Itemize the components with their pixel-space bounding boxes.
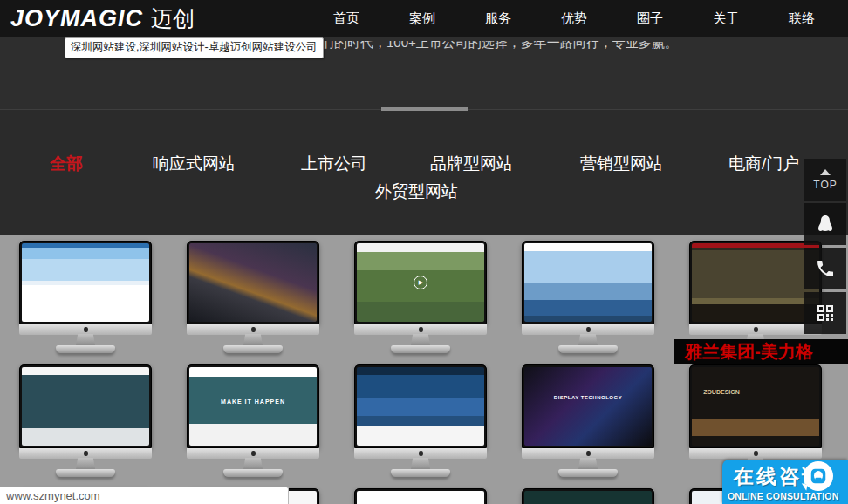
apple-logo-icon [754,451,758,456]
site-thumbnail [22,243,149,322]
portfolio-item[interactable] [354,488,487,504]
nav-item-strengths[interactable]: 优势 [561,10,587,27]
hero-band: 了我们的时代，100+上市公司的选择，多年一路同行，专业多赢。 深圳网站建设,深… [0,37,848,110]
play-icon: ▶ [414,276,427,289]
thumbnail-headline: MAKE IT HAPPEN [189,398,317,405]
filter-marketing[interactable]: 营销型网站 [580,153,663,175]
nav-item-cases[interactable]: 案例 [409,10,435,27]
apple-logo-icon [84,327,88,332]
portfolio-item[interactable] [689,241,822,353]
hero-tagline: 了我们的时代，100+上市公司的选择，多年一路同行，专业多赢。 [295,41,783,55]
site-thumbnail [692,243,819,322]
status-url: www.szmynet.com [6,489,100,502]
qq-penguin-icon [815,214,836,235]
site-thumbnail: ▶ [357,243,484,322]
site-thumbnail [357,367,484,446]
site-thumbnail [189,243,317,322]
phone-contact-button[interactable] [804,248,846,289]
site-thumbnail [524,491,652,504]
filter-ecommerce[interactable]: 电商/门户 [728,153,799,175]
portfolio-item[interactable] [522,241,654,353]
portfolio-grid: ▶ MAKE IT HAPPEN [0,235,848,504]
nav-item-about[interactable]: 关于 [713,10,739,27]
site-thumbnail: DISPLAY TECHNOLOGY [524,367,652,446]
consult-subtitle: ONLINE CONSULTATION [728,491,838,501]
browser-status-bar: www.szmynet.com [0,487,289,504]
brand-logo[interactable]: JOYMAGIC 迈创 [10,4,195,33]
floating-side-menu: TOP [804,159,846,337]
site-thumbnail [357,491,484,504]
apple-logo-icon [419,451,423,456]
up-arrow-icon [820,169,831,175]
portfolio-item[interactable] [522,488,654,504]
chat-bubble-icon [804,461,833,491]
filter-foreign-trade[interactable]: 外贸型网站 [375,180,458,203]
portfolio-item[interactable]: MAKE IT HAPPEN [187,364,319,477]
qq-contact-button[interactable] [804,203,846,245]
site-thumbnail [22,367,149,446]
nav-item-contact[interactable]: 联络 [789,10,815,27]
filter-all[interactable]: 全部 [50,153,83,175]
section-divider-accent [381,107,468,111]
qr-code-icon [815,303,836,324]
site-thumbnail: ZOUDESIGN [692,367,819,446]
brand-logo-cn: 迈创 [151,4,195,33]
portfolio-item[interactable] [354,364,487,477]
filter-responsive[interactable]: 响应式网站 [153,153,236,175]
apple-logo-icon [586,327,591,332]
nav-item-home[interactable]: 首页 [333,10,359,27]
qr-code-button[interactable] [804,292,846,334]
category-filter-bar: 全部 响应式网站 上市公司 品牌型网站 营销型网站 电商/门户 外贸型网站 [0,110,848,235]
portfolio-item[interactable] [19,241,152,353]
link-tooltip: 深圳网站建设,深圳网站设计-卓越迈创网站建设公司 [65,37,324,58]
portfolio-item[interactable] [19,364,152,477]
portfolio-item[interactable]: ▶ [354,241,487,353]
site-thumbnail [524,243,652,322]
online-consult-banner[interactable]: 在线咨询 ONLINE CONSULTATION [722,460,848,504]
apple-logo-icon [84,451,88,456]
filter-brand[interactable]: 品牌型网站 [430,153,513,175]
apple-logo-icon [419,327,423,332]
filter-listed-co[interactable]: 上市公司 [301,153,367,175]
apple-logo-icon [251,327,256,332]
site-thumbnail: MAKE IT HAPPEN [189,367,317,446]
page: JOYMAGIC 迈创 首页 案例 服务 优势 圈子 关于 联络 了我们的时代，… [0,0,848,504]
portfolio-item[interactable] [187,241,319,353]
main-nav: 首页 案例 服务 优势 圈子 关于 联络 [333,10,815,27]
apple-logo-icon [586,451,591,456]
header-bar: JOYMAGIC 迈创 首页 案例 服务 优势 圈子 关于 联络 [0,0,848,37]
phone-icon [815,258,836,279]
back-to-top-button[interactable]: TOP [804,159,846,201]
apple-logo-icon [251,451,256,456]
nav-item-services[interactable]: 服务 [485,10,511,27]
project-hover-label: 雅兰集团-美力格 [674,339,848,364]
apple-logo-icon [754,327,758,332]
brand-logo-en: JOYMAGIC [10,5,143,32]
portfolio-item[interactable]: DISPLAY TECHNOLOGY [522,364,654,477]
nav-item-circle[interactable]: 圈子 [637,10,663,27]
thumbnail-headline: DISPLAY TECHNOLOGY [524,395,652,400]
thumbnail-headline: ZOUDESIGN [703,389,740,395]
